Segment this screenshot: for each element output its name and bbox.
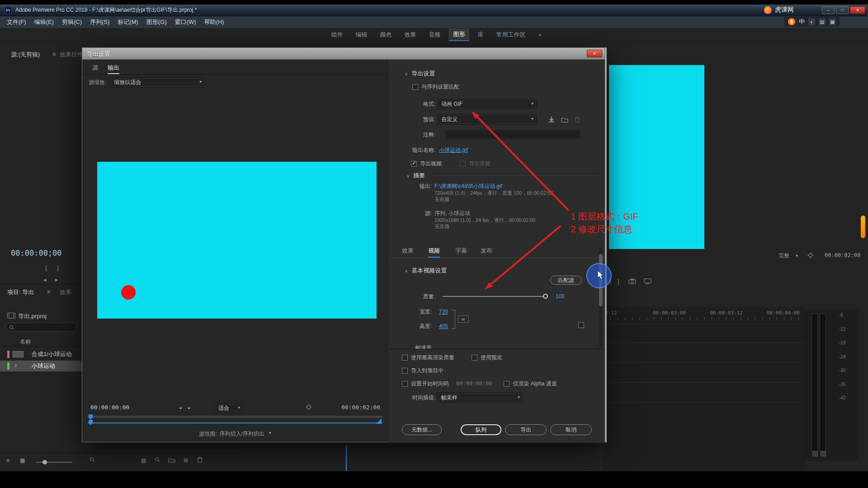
export-audio-checkbox[interactable] xyxy=(460,161,466,167)
menu-window[interactable]: 窗口(W) xyxy=(171,18,200,26)
timeline-playhead-line[interactable] xyxy=(346,445,347,471)
time-interpolation-dropdown[interactable]: 帧采样 xyxy=(437,393,523,403)
set-in-point-icon[interactable]: ◂ xyxy=(179,405,182,411)
source-scaling-dropdown[interactable]: 缩放以适合 xyxy=(110,77,205,87)
new-bin-icon[interactable] xyxy=(168,457,175,463)
preview-video-frame[interactable] xyxy=(97,162,377,319)
export-video-checkbox[interactable] xyxy=(411,161,417,167)
step-back-icon[interactable]: ◂ xyxy=(43,277,46,283)
workspace-tab-graphics[interactable]: 图形 xyxy=(448,28,469,41)
timeline-ruler-ticks[interactable] xyxy=(603,317,804,320)
width-value[interactable]: 720 xyxy=(439,309,448,315)
tab-video[interactable]: 视频 xyxy=(428,247,440,258)
project-file-name[interactable]: 导出.prproj xyxy=(18,312,47,320)
workspace-tab-frequent[interactable]: 常用工作区 xyxy=(491,29,530,41)
menu-file[interactable]: 文件(F) xyxy=(3,18,30,26)
max-render-quality-checkbox[interactable] xyxy=(402,355,408,361)
automate-to-sequence-icon[interactable]: ▤ xyxy=(141,457,146,464)
playhead-timecode[interactable]: 00:00:00;00 xyxy=(11,249,62,258)
metadata-button[interactable]: 元数据... xyxy=(402,424,442,435)
render-alpha-checkbox[interactable] xyxy=(504,381,509,387)
quality-slider[interactable] xyxy=(443,296,547,297)
tab-effects-panel[interactable]: 效果 xyxy=(60,288,71,296)
tab-publish[interactable]: 发布 xyxy=(481,247,492,255)
workspace-tab-editing[interactable]: 编辑 xyxy=(351,29,372,41)
comments-input[interactable] xyxy=(445,130,580,139)
menu-clip[interactable]: 剪辑(C) xyxy=(58,18,86,26)
project-search-box[interactable] xyxy=(5,323,77,332)
close-button[interactable]: × xyxy=(850,6,865,14)
mark-out-icon[interactable]: } xyxy=(618,278,619,285)
delete-preset-icon[interactable] xyxy=(575,116,580,122)
summary-output-path[interactable]: F:\虎课网\c4d\9\小球运动.gif xyxy=(434,183,502,190)
use-previews-checkbox[interactable] xyxy=(472,355,477,361)
save-preset-icon[interactable] xyxy=(548,116,555,122)
match-sequence-checkbox[interactable] xyxy=(412,84,418,90)
ime-logo-icon[interactable]: S xyxy=(788,18,795,25)
tab-captions[interactable]: 字幕 xyxy=(455,247,467,255)
label-color-chip[interactable] xyxy=(7,362,9,370)
export-button[interactable]: 导出 xyxy=(505,424,547,435)
cancel-button[interactable]: 取消 xyxy=(550,424,592,435)
workspace-tab-effects[interactable]: 效果 xyxy=(400,29,420,41)
tab-effect-controls[interactable]: 效果控件 xyxy=(60,51,81,59)
dialog-close-button[interactable]: × xyxy=(587,50,602,57)
import-into-project-checkbox[interactable] xyxy=(402,368,408,374)
step-forward-icon[interactable]: ▸ xyxy=(55,277,58,283)
link-dimensions-icon[interactable]: ∞ xyxy=(458,315,469,323)
menu-help[interactable]: 帮助(H) xyxy=(200,18,228,26)
workspace-tab-audio[interactable]: 音频 xyxy=(424,29,445,41)
comparison-view-icon[interactable] xyxy=(644,278,651,284)
ime-keyboard-icon[interactable]: ▦ xyxy=(829,19,836,25)
new-item-icon[interactable]: ⊞ xyxy=(184,457,188,464)
settings-scrollbar[interactable] xyxy=(599,248,603,347)
dialog-titlebar[interactable]: 导出设置 × xyxy=(82,48,604,60)
match-source-button[interactable]: 匹配源 xyxy=(550,276,582,285)
playback-resolution-dropdown[interactable]: 完整 xyxy=(778,252,789,260)
export-frame-camera-icon[interactable] xyxy=(628,278,637,284)
preset-dropdown[interactable]: 自定义 xyxy=(437,114,537,124)
meter-channel-button[interactable] xyxy=(821,451,826,456)
import-preset-icon[interactable] xyxy=(561,117,568,122)
preview-zoom-dropdown[interactable]: 适合 xyxy=(214,403,243,413)
project-item-label[interactable]: 合成1/小球运动 xyxy=(32,350,72,358)
height-option-checkbox[interactable] xyxy=(578,322,584,328)
meter-channel-button[interactable] xyxy=(812,451,818,456)
ime-shape-icon[interactable]: ◐ xyxy=(808,19,815,25)
summary-header[interactable]: 摘要 xyxy=(406,172,425,180)
workspace-overflow-icon[interactable]: » xyxy=(538,31,541,38)
ime-mode-indicator[interactable]: 中 xyxy=(799,18,805,26)
tab-source[interactable]: 源 xyxy=(92,64,98,72)
tab-project[interactable]: 项目: 导出 xyxy=(7,288,34,296)
list-view-icon[interactable]: ≡ xyxy=(6,457,9,464)
height-value[interactable]: 405 xyxy=(439,323,448,329)
work-area-start-marker[interactable] xyxy=(89,420,93,425)
workspace-tab-libraries[interactable]: 库 xyxy=(473,29,488,41)
column-header-name[interactable]: 名称 xyxy=(20,338,31,346)
find-icon[interactable] xyxy=(90,457,95,463)
menu-edit[interactable]: 编辑(E) xyxy=(30,18,58,26)
menu-graphics[interactable]: 图形(G) xyxy=(142,18,171,26)
scroll-marker[interactable] xyxy=(861,216,865,238)
start-timecode-value[interactable]: 00:00:00:00 xyxy=(456,380,492,387)
quality-value[interactable]: 100 xyxy=(556,293,565,300)
mark-out-icon[interactable]: } xyxy=(57,265,59,271)
tab-source-monitor[interactable]: 源:(无剪辑) xyxy=(11,51,40,59)
source-range-dropdown[interactable]: 序列切入/序列切出 xyxy=(219,430,264,438)
set-out-point-icon[interactable]: ▸ xyxy=(188,405,191,411)
zoom-slider-handle[interactable] xyxy=(42,460,47,465)
work-area-end-marker[interactable] xyxy=(376,418,382,424)
ime-panel-icon[interactable]: ▤ xyxy=(819,19,826,25)
tab-output[interactable]: 输出 xyxy=(108,64,119,74)
basic-video-settings-header[interactable]: 基本视频设置 xyxy=(405,267,447,275)
quality-slider-handle[interactable] xyxy=(543,294,548,299)
format-dropdown[interactable]: 动画 GIF xyxy=(437,99,537,109)
preview-settings-icon[interactable] xyxy=(306,404,312,410)
tab-effects[interactable]: 效果 xyxy=(402,247,414,255)
search-input[interactable] xyxy=(17,324,73,330)
workspace-tab-assembly[interactable]: 组件 xyxy=(326,29,347,41)
label-color-chip[interactable] xyxy=(7,351,9,358)
menu-sequence[interactable]: 序列(S) xyxy=(86,18,113,26)
thumbnail-zoom-slider[interactable] xyxy=(36,462,72,463)
delete-icon[interactable] xyxy=(197,456,203,463)
